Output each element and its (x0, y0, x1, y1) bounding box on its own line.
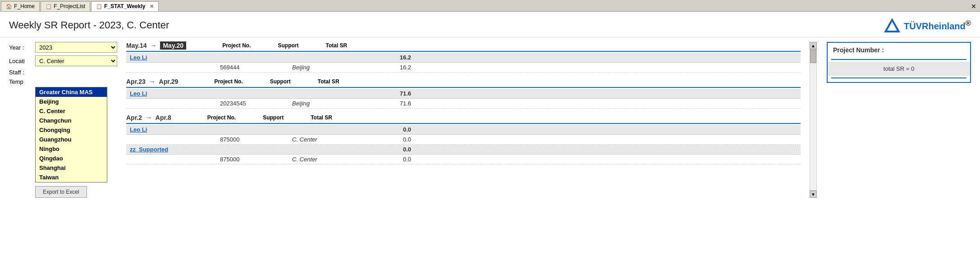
data-row-875000-1: 875000 C. Center 0.0 (126, 135, 801, 145)
project-input-line (831, 59, 966, 60)
data-total-0.0-2: 0.0 (361, 155, 415, 164)
week-arrow-apr2: → (146, 114, 154, 121)
page-title: Weekly SR Report - 2023, C. Center (9, 19, 169, 31)
staff-name-zzsupported[interactable]: zz_Supported (126, 145, 216, 154)
locati-select[interactable]: C. Center (35, 55, 117, 66)
col-support-may14: Support (278, 42, 298, 49)
tab-statweekly-icon: 📋 (96, 4, 102, 9)
scroll-thumb[interactable] (810, 50, 816, 63)
col-totalsr-may14: Total SR (325, 42, 347, 49)
header: Weekly SR Report - 2023, C. Center TÜVRh… (0, 12, 980, 37)
data-row-569444: 569444 Beijing 16.2 (126, 63, 801, 73)
week-section-may14: May.14 → May.20 Project No. Support Tota… (126, 42, 801, 73)
data-project-875000-1: 875000 (216, 135, 289, 144)
locati-row: Locati C. Center (9, 55, 117, 66)
data-project-875000-2: 875000 (216, 155, 289, 164)
col-project-apr23: Project No. (214, 78, 243, 85)
temp-row: Temp (9, 78, 117, 85)
dropdown-item-guangzhou[interactable]: Guangzhou (36, 135, 107, 144)
col-support-apr2: Support (263, 114, 284, 121)
week-range-may14: May.14 → May.20 (126, 42, 186, 49)
week-header-apr2: Apr.2 → Apr.8 Project No. Support Total … (126, 114, 801, 121)
data-total-0.0-1: 0.0 (361, 135, 415, 144)
locati-label: Locati (9, 58, 35, 64)
week-start-may14: May.14 (126, 42, 147, 49)
dropdown-item-chongqing[interactable]: Chongqing (36, 125, 107, 135)
tab-f-stat-weekly[interactable]: 📋 F_STAT_Weekly ✕ (91, 1, 159, 11)
location-dropdown: Greater China MAS Beijing C. Center Chan… (35, 87, 107, 182)
logo-triangle-inner (887, 22, 897, 31)
data-project-20234545: 20234545 (216, 99, 289, 108)
divider-apr23 (126, 87, 801, 88)
staff-support-leoli-apr23 (289, 89, 361, 98)
dropdown-item-changchun[interactable]: Changchun (36, 116, 107, 125)
staff-row-leoli-apr2: Leo Li 0.0 (126, 125, 801, 135)
staff-name-leoli-may14[interactable]: Leo Li (126, 53, 216, 62)
scroll-down-button[interactable]: ▼ (810, 191, 817, 198)
window-close-button[interactable]: ✕ (968, 2, 979, 11)
project-bottom-line (831, 78, 966, 78)
tab-home-icon: 🏠 (6, 4, 12, 9)
data-project-569444: 569444 (216, 63, 289, 72)
tab-statweekly-label: F_STAT_Weekly (104, 3, 145, 9)
week-header-may14: May.14 → May.20 Project No. Support Tota… (126, 42, 801, 49)
week-section-apr2: Apr.2 → Apr.8 Project No. Support Total … (126, 114, 801, 164)
main-window: Weekly SR Report - 2023, C. Center TÜVRh… (0, 12, 980, 269)
content-area: Year : 2023 Locati C. Center Staff : Tem… (0, 37, 980, 202)
dropdown-item-shanghai[interactable]: Shanghai (36, 163, 107, 173)
staff-name-leoli-apr23[interactable]: Leo Li (126, 89, 216, 98)
project-total-label: total SR = 0 (828, 62, 970, 76)
staff-project-leoli-apr2 (216, 125, 289, 134)
logo-reg: ® (966, 19, 971, 27)
staff-row-leoli-may14: Leo Li 16.2 (126, 53, 801, 63)
week-end-may20: May.20 (160, 41, 186, 50)
temp-label: Temp (9, 78, 35, 85)
dropdown-item-ningbo[interactable]: Ningbo (36, 144, 107, 154)
staff-project-leoli-may14 (216, 53, 289, 62)
scrollbar: ▲ ▼ (810, 42, 818, 198)
week-arrow-may14: → (151, 42, 159, 49)
dropdown-item-taiwan[interactable]: Taiwan (36, 173, 107, 182)
main-table-area: May.14 → May.20 Project No. Support Tota… (126, 42, 801, 198)
dropdown-item-greater-china[interactable]: Greater China MAS (36, 87, 107, 97)
week-range-apr2: Apr.2 → Apr.8 (126, 114, 171, 121)
data-empty-4 (126, 155, 216, 164)
dropdown-item-ccenter[interactable]: C. Center (36, 106, 107, 116)
dropdown-item-qingdao[interactable]: Qingdao (36, 154, 107, 163)
data-support-beijing-2: Beijing (289, 99, 361, 108)
staff-row-leoli-apr23: Leo Li 71.6 (126, 89, 801, 99)
dropdown-item-beijing[interactable]: Beijing (36, 97, 107, 106)
week-end-apr29: Apr.29 (159, 78, 179, 85)
staff-project-zzsupported (216, 145, 289, 154)
year-select[interactable]: 2023 (35, 42, 117, 53)
week-arrow-apr23: → (149, 78, 157, 85)
tab-statweekly-close[interactable]: ✕ (150, 4, 154, 9)
data-empty-3 (126, 135, 216, 144)
staff-support-leoli-may14 (289, 53, 361, 62)
col-project-may14: Project No. (222, 42, 251, 49)
tab-f-home[interactable]: 🏠 F_Home (1, 1, 40, 11)
logo-triangle-container (884, 18, 900, 32)
left-panel: Year : 2023 Locati C. Center Staff : Tem… (9, 42, 117, 198)
data-row-875000-2: 875000 C. Center 0.0 (126, 155, 801, 164)
week-start-apr23: Apr.23 (126, 78, 146, 85)
data-support-beijing-1: Beijing (289, 63, 361, 72)
week-section-apr23: Apr.23 → Apr.29 Project No. Support Tota… (126, 78, 801, 109)
tab-f-projectlist[interactable]: 📋 F_ProjectList (41, 1, 90, 11)
staff-row: Staff : (9, 69, 117, 76)
tab-projectlist-label: F_ProjectList (54, 3, 85, 9)
project-box: Project Number : total SR = 0 (827, 42, 971, 83)
tab-projectlist-icon: 📋 (46, 4, 52, 9)
export-excel-button[interactable]: Export to Excel (35, 186, 87, 198)
data-total-71.6: 71.6 (361, 99, 415, 108)
staff-name-leoli-apr2[interactable]: Leo Li (126, 125, 216, 134)
logo-rheinland: Rheinland (922, 21, 966, 31)
data-empty-2 (126, 99, 216, 108)
staff-support-zzsupported (289, 145, 361, 154)
logo-text: TÜVRheinland® (904, 19, 971, 32)
scroll-up-button[interactable]: ▲ (810, 42, 817, 49)
col-project-apr2: Project No. (207, 114, 236, 121)
logo: TÜVRheinland® (884, 18, 971, 32)
staff-total-leoli-may14: 16.2 (361, 53, 415, 62)
staff-row-zzsupported: zz_Supported 0.0 (126, 145, 801, 155)
